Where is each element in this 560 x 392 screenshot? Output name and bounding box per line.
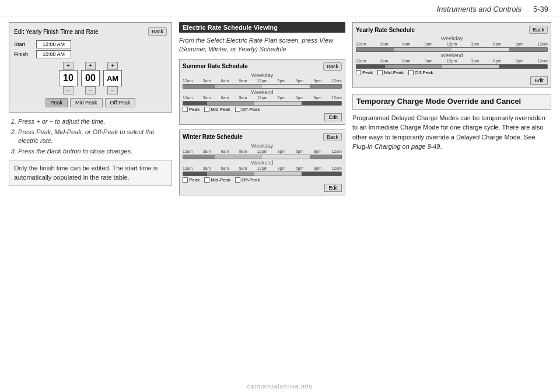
main-content: Edit Yearly Finish Time and Rate Back St… <box>0 16 560 388</box>
mid-peak-button[interactable]: Mid Peak <box>70 98 103 107</box>
header-page-number: 5-39 <box>533 5 548 13</box>
yearly-weekday-time-labels: 12am3am6am9am12pm3pm6pm9pm12am <box>356 42 548 46</box>
winter-midpeak-label: Mid-Peak <box>211 177 230 183</box>
yearly-legend: Peak Mid-Peak Off-Peak <box>356 70 548 75</box>
winter-weekend-bar <box>183 172 342 176</box>
finish-label: Finish <box>14 51 33 57</box>
yearly-offpeak-legend: Off-Peak <box>408 70 433 75</box>
page-header: Instruments and Controls 5-39 <box>0 0 560 16</box>
ampm-plus-button[interactable]: + <box>107 62 118 70</box>
rate-buttons: Peak Mid Peak Off Peak <box>14 98 167 107</box>
yearly-back-button[interactable]: Back <box>529 26 548 34</box>
start-label: Start <box>14 41 33 47</box>
winter-rate-header: Winter Rate Schedule Back <box>183 133 342 141</box>
summer-edit-row: Edit <box>183 113 342 121</box>
yearly-offpeak-label: Off-Peak <box>415 70 433 75</box>
yearly-rate-header: Yearly Rate Schedule Back <box>356 26 548 34</box>
winter-peak-legend: Peak <box>183 177 200 183</box>
winter-back-button[interactable]: Back <box>323 133 342 141</box>
temp-charge-period: . <box>440 143 442 150</box>
yearly-weekend-time-labels: 12am3am6am9am12pm3pm6pm9pm12am <box>356 59 548 63</box>
yearly-midpeak-legend: Mid-Peak <box>377 70 404 75</box>
peak-button[interactable]: Peak <box>46 98 68 107</box>
summer-back-button[interactable]: Back <box>323 62 342 71</box>
temp-charge-heading: Temporary Charge Mode Override and Cance… <box>352 94 551 110</box>
electric-rate-intro: From the Select Electric Rate Plan scree… <box>179 36 345 54</box>
winter-peak-label: Peak <box>189 177 200 183</box>
off-peak-button[interactable]: Off Peak <box>105 98 136 107</box>
summer-rate-title: Summer Rate Schedule <box>183 63 248 69</box>
summer-weekend-time-labels: 12am3am6am9am12pm3pm6pm9pm12am <box>183 96 342 100</box>
yearly-edit-button[interactable]: Edit <box>530 76 548 85</box>
summer-midpeak-legend: Mid-Peak <box>204 107 230 112</box>
ampm-spinner: + AM − <box>103 62 122 94</box>
winter-midpeak-legend: Mid-Peak <box>204 177 230 183</box>
winter-edit-button[interactable]: Edit <box>324 184 342 192</box>
edit-yearly-header: Edit Yearly Finish Time and Rate Back <box>14 27 167 36</box>
minute-minus-button[interactable]: − <box>85 86 96 94</box>
winter-offpeak-label: Off-Peak <box>242 177 260 183</box>
winter-weekday-label: Weekday <box>183 143 342 149</box>
hour-spinner: + 10 − <box>59 62 78 94</box>
yearly-peak-legend: Peak <box>356 70 373 75</box>
ampm-minus-button[interactable]: − <box>107 86 118 94</box>
summer-weekday-bar <box>183 84 342 89</box>
instruction-2: Press Peak, Mid-Peak, or Off-Peak to sel… <box>18 128 172 145</box>
electric-rate-heading: Electric Rate Schedule Viewing <box>179 22 345 33</box>
yearly-weekend-bar <box>356 64 548 69</box>
winter-weekend-time-labels: 12am3am6am9am12pm3pm6pm9pm12am <box>183 166 342 170</box>
instruction-1: Press + or − to adjust the time. <box>18 117 172 125</box>
minute-value: 00 <box>81 70 100 86</box>
middle-column: Electric Rate Schedule Viewing From the … <box>179 22 345 382</box>
yearly-weekend-label: Weekend <box>356 52 548 58</box>
instructions-list: Press + or − to adjust the time. Press P… <box>9 117 172 155</box>
minute-plus-button[interactable]: + <box>85 62 96 70</box>
right-column: Yearly Rate Schedule Back Weekday 12am3a… <box>352 22 551 382</box>
yearly-weekday-label: Weekday <box>356 36 548 41</box>
winter-edit-row: Edit <box>183 184 342 192</box>
winter-weekday-time-labels: 12am3am6am9am12pm3pm6pm9pm12am <box>183 149 342 153</box>
start-value: 12:00 AM <box>36 40 71 48</box>
edit-yearly-title: Edit Yearly Finish Time and Rate <box>14 29 99 35</box>
watermark: carmanualonline.info <box>247 383 313 390</box>
note-box: Only the finish time can be edited. The … <box>9 160 172 186</box>
yearly-rate-title: Yearly Rate Schedule <box>356 27 415 33</box>
temp-charge-link[interactable]: Plug-In Charging on page 9-49 <box>352 143 440 150</box>
yearly-offpeak-check <box>408 70 414 75</box>
summer-weekday-time-labels: 12am3am6am9am12pm3pm6pm9pm12am <box>183 79 342 83</box>
summer-weekend-bar <box>183 101 342 106</box>
hour-plus-button[interactable]: + <box>63 62 74 70</box>
hour-minus-button[interactable]: − <box>63 86 74 94</box>
summer-midpeak-label: Mid-Peak <box>211 107 230 112</box>
edit-yearly-box: Edit Yearly Finish Time and Rate Back St… <box>9 22 172 113</box>
summer-edit-button[interactable]: Edit <box>324 113 342 121</box>
winter-weekday-bar <box>183 155 342 159</box>
winter-offpeak-check <box>235 177 240 183</box>
summer-midpeak-check <box>204 107 209 112</box>
instruction-3: Press the Back button to close changes. <box>18 147 172 155</box>
winter-weekend-label: Weekend <box>183 160 342 166</box>
winter-midpeak-check <box>204 177 209 183</box>
yearly-midpeak-check <box>377 70 383 75</box>
winter-legend: Peak Mid-Peak Off-Peak <box>183 177 342 183</box>
finish-value: 10:00 AM <box>36 50 71 58</box>
summer-weekend-label: Weekend <box>183 89 342 95</box>
header-title: Instruments and Controls <box>437 5 522 13</box>
minute-spinner: + 00 − <box>81 62 100 94</box>
yearly-peak-label: Peak <box>362 70 373 75</box>
summer-offpeak-legend: Off-Peak <box>235 107 260 112</box>
summer-offpeak-label: Off-Peak <box>242 107 260 112</box>
left-column: Edit Yearly Finish Time and Rate Back St… <box>9 22 172 382</box>
summer-peak-check <box>183 107 188 112</box>
edit-yearly-back-button[interactable]: Back <box>148 27 167 36</box>
yearly-weekday-bar <box>356 47 548 52</box>
yearly-edit-row: Edit <box>356 76 548 85</box>
yearly-midpeak-label: Mid-Peak <box>384 70 404 75</box>
winter-peak-check <box>183 177 188 183</box>
summer-peak-legend: Peak <box>183 107 200 112</box>
ampm-value: AM <box>103 70 122 86</box>
summer-legend: Peak Mid-Peak Off-Peak <box>183 107 342 112</box>
summer-rate-box: Summer Rate Schedule Back Weekday 12am3a… <box>179 59 345 125</box>
summer-rate-header: Summer Rate Schedule Back <box>183 62 342 71</box>
hour-value: 10 <box>59 70 78 86</box>
